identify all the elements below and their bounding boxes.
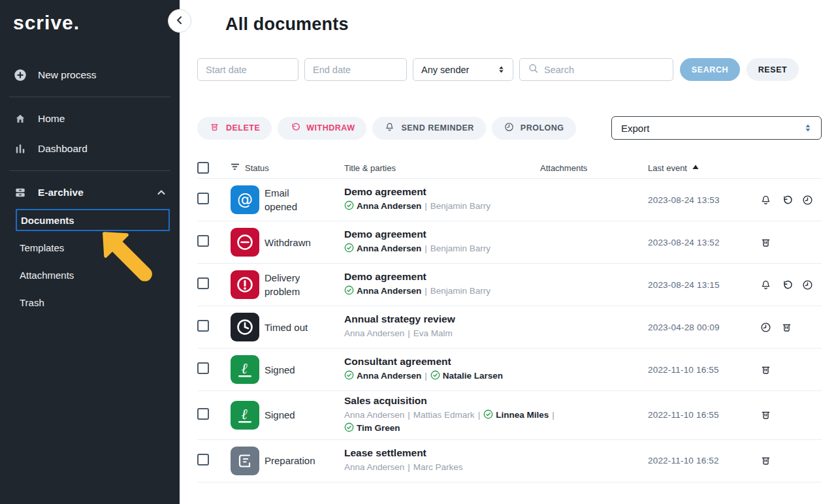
sidebar-collapse-button[interactable] <box>168 9 191 33</box>
row-checkbox[interactable] <box>197 235 209 247</box>
table-row[interactable]: PreparationLease settlementAnna Andersen… <box>197 440 822 482</box>
trash-icon[interactable] <box>760 454 772 467</box>
party-name: Linnea Miles <box>483 410 549 420</box>
table-row[interactable]: @Email openedDemo agreementAnna Andersen… <box>197 179 822 221</box>
sidebar-divider <box>9 170 170 171</box>
new-process-button[interactable]: New process <box>0 60 180 90</box>
trash-icon[interactable] <box>760 236 772 249</box>
prolong-label: PROLONG <box>521 123 564 133</box>
row-checkbox-cell <box>197 454 231 468</box>
party-name: Benjamin Barry <box>430 286 490 296</box>
delete-button[interactable]: DELETE <box>197 117 272 140</box>
search-input[interactable] <box>544 65 665 75</box>
check-circle-icon <box>483 409 493 419</box>
party-name: Tim Green <box>344 423 400 433</box>
sidebar-item-dashboard[interactable]: Dashboard <box>0 134 180 164</box>
bell-icon[interactable] <box>760 194 772 206</box>
search-field[interactable] <box>519 58 673 81</box>
table-row[interactable]: WithdrawnDemo agreementAnna Andersen|Ben… <box>197 221 822 264</box>
status-label: Signed <box>265 408 321 422</box>
row-checkbox[interactable] <box>197 193 209 204</box>
start-date-input[interactable] <box>197 58 298 81</box>
party-name: Benjamin Barry <box>430 244 490 253</box>
undo-icon[interactable] <box>780 194 793 206</box>
bell-icon[interactable] <box>760 279 772 291</box>
send-reminder-button[interactable]: SEND REMINDER <box>372 117 485 140</box>
filter-bar: Any sender SEARCH RESET <box>197 58 822 81</box>
document-title: Annual strategy review <box>344 313 648 325</box>
row-checkbox[interactable] <box>197 277 209 289</box>
check-circle-icon <box>344 200 354 210</box>
table-row[interactable]: Delivery problemDemo agreementAnna Ander… <box>197 264 822 306</box>
check-circle-icon <box>344 422 354 432</box>
sender-select[interactable]: Any sender <box>413 58 513 81</box>
document-title: Sales acquisition <box>344 395 648 407</box>
last-event-date: 2022-11-10 16:52 <box>648 456 754 465</box>
withdraw-button[interactable]: WITHDRAW <box>278 117 366 140</box>
end-date-input[interactable] <box>304 58 407 81</box>
row-actions <box>754 236 822 249</box>
row-checkbox[interactable] <box>197 320 209 332</box>
trash-icon <box>209 121 220 134</box>
home-icon <box>13 112 27 126</box>
row-checkbox-cell <box>197 362 231 377</box>
document-title: Demo agreement <box>344 228 648 240</box>
document-parties: Anna Andersen|Natalie Larsen <box>344 370 560 383</box>
party-name: Eva Malm <box>413 328 453 338</box>
check-circle-icon <box>344 243 354 253</box>
clock-history-icon[interactable] <box>801 279 814 291</box>
trash-icon[interactable] <box>780 321 793 334</box>
status-label: Signed <box>265 363 321 377</box>
row-checkbox[interactable] <box>197 362 209 374</box>
title-parties-cell: Lease settlementAnna Andersen|Marc Parke… <box>344 447 648 474</box>
select-all-checkbox[interactable] <box>197 162 209 174</box>
table-row[interactable]: Timed outAnnual strategy reviewAnna Ande… <box>197 306 822 349</box>
document-parties: Anna Andersen|Marc Parkes <box>344 461 560 474</box>
row-checkbox[interactable] <box>197 408 209 420</box>
party-name: Anna Andersen <box>344 371 421 381</box>
trash-icon[interactable] <box>760 409 772 421</box>
party-separator: | <box>478 410 481 420</box>
row-checkbox-cell <box>197 408 231 422</box>
chevron-left-icon <box>173 14 186 29</box>
plus-circle-icon <box>13 68 27 82</box>
prolong-button[interactable]: PROLONG <box>492 117 576 140</box>
title-parties-cell: Demo agreementAnna Andersen|Benjamin Bar… <box>344 271 648 298</box>
party-separator: | <box>425 201 427 211</box>
table-row[interactable]: ℓSignedSales acquisitionAnna Andersen|Ma… <box>197 391 822 440</box>
party-separator: | <box>425 371 427 381</box>
last-event-date: 2022-11-10 16:55 <box>648 365 754 375</box>
document-parties: Anna Andersen|Mattias Edmark|Linnea Mile… <box>344 409 560 435</box>
sidebar-item-home[interactable]: Home <box>0 104 180 134</box>
status-label: Email opened <box>265 186 321 213</box>
clock-history-icon[interactable] <box>801 194 814 206</box>
archive-icon <box>13 185 27 200</box>
status-icon-cell <box>231 313 265 341</box>
status-icon-cell <box>231 228 265 257</box>
row-checkbox[interactable] <box>197 454 209 465</box>
row-checkbox-cell <box>197 277 231 292</box>
clock-history-icon[interactable] <box>760 321 772 334</box>
table-row[interactable]: ℓSignedConsultant agreementAnna Andersen… <box>197 349 822 391</box>
search-button[interactable]: SEARCH <box>680 58 740 81</box>
title-parties-cell: Demo agreementAnna Andersen|Benjamin Bar… <box>344 228 648 255</box>
undo-icon[interactable] <box>780 279 793 291</box>
party-name: Anna Andersen <box>344 462 404 472</box>
status-icon-cell: ℓ <box>231 355 265 384</box>
templates-label: Templates <box>20 242 64 253</box>
column-status[interactable]: Status <box>231 162 344 174</box>
trash-icon[interactable] <box>760 364 772 376</box>
last-event-date: 2023-08-24 13:52 <box>648 238 754 247</box>
sidebar-item-trash[interactable]: Trash <box>0 289 180 316</box>
row-checkbox-cell <box>197 320 231 334</box>
party-separator: | <box>408 410 410 420</box>
sidebar-item-earchive[interactable]: E-archive <box>0 178 180 208</box>
row-actions <box>754 364 822 376</box>
export-select[interactable]: Export <box>611 116 822 140</box>
column-last-event[interactable]: Last event <box>648 163 822 173</box>
reset-button[interactable]: RESET <box>747 58 799 81</box>
party-separator: | <box>552 410 555 420</box>
document-parties: Anna Andersen|Benjamin Barry <box>344 285 560 298</box>
export-select-value: Export <box>621 123 649 134</box>
scrive-logo: scrive. <box>0 0 180 34</box>
